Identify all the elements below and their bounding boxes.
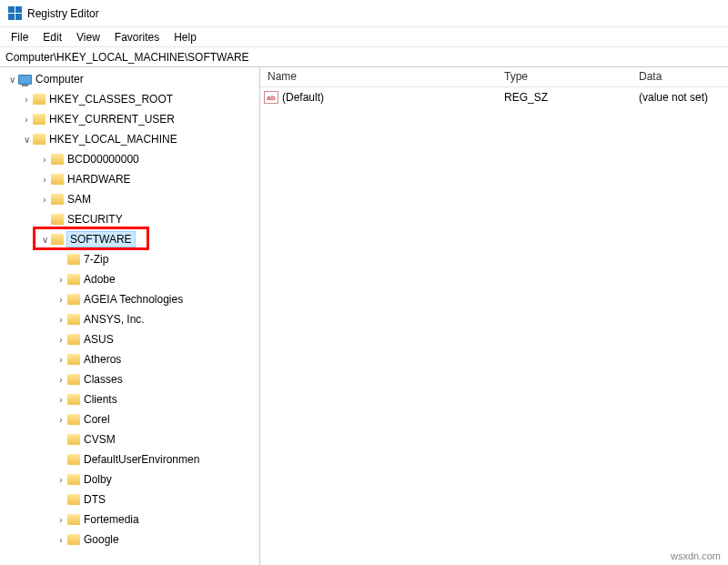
tree-adobe[interactable]: › Adobe bbox=[2, 269, 259, 289]
menu-favorites[interactable]: Favorites bbox=[107, 29, 167, 45]
folder-icon bbox=[51, 214, 64, 225]
col-data[interactable]: Data bbox=[632, 67, 728, 86]
string-value-icon: ab bbox=[264, 91, 278, 104]
menu-view[interactable]: View bbox=[69, 29, 107, 45]
chevron-right-icon[interactable]: › bbox=[55, 515, 67, 525]
address-bar[interactable]: Computer\HKEY_LOCAL_MACHINE\SOFTWARE bbox=[0, 47, 728, 67]
folder-icon bbox=[67, 254, 80, 265]
tree-sam[interactable]: › SAM bbox=[2, 189, 259, 209]
folder-icon bbox=[51, 154, 64, 165]
tree-label-selected: SOFTWARE bbox=[67, 232, 135, 247]
tree-label: ASUS bbox=[84, 333, 114, 346]
chevron-down-icon[interactable]: ∨ bbox=[38, 235, 51, 245]
regedit-icon bbox=[7, 6, 22, 21]
value-data: (value not set) bbox=[632, 91, 728, 104]
col-name[interactable]: Name bbox=[260, 67, 497, 86]
folder-icon bbox=[67, 354, 80, 365]
folder-icon bbox=[51, 194, 64, 205]
tree-label: Corel bbox=[84, 413, 110, 426]
chevron-right-icon[interactable]: › bbox=[55, 355, 67, 365]
folder-icon bbox=[67, 374, 80, 385]
tree-fortemedia[interactable]: › Fortemedia bbox=[2, 510, 259, 530]
tree-label: Clients bbox=[84, 393, 117, 406]
chevron-right-icon[interactable]: › bbox=[55, 315, 67, 325]
tree-7zip[interactable]: · 7-Zip bbox=[2, 249, 259, 269]
chevron-down-icon[interactable]: ∨ bbox=[5, 75, 18, 85]
tree-due[interactable]: · DefaultUserEnvironmen bbox=[2, 449, 259, 469]
tree-label: 7-Zip bbox=[84, 253, 108, 266]
tree-label: SAM bbox=[67, 193, 91, 206]
col-type[interactable]: Type bbox=[497, 67, 632, 86]
folder-icon bbox=[67, 514, 80, 525]
tree-hardware[interactable]: › HARDWARE bbox=[2, 169, 259, 189]
no-chevron: · bbox=[55, 255, 67, 265]
tree-pane[interactable]: ∨ Computer › HKEY_CLASSES_ROOT › HKEY_CU… bbox=[0, 67, 260, 565]
tree-software[interactable]: ∨ SOFTWARE bbox=[2, 229, 259, 249]
tree-google[interactable]: › Google bbox=[2, 530, 259, 550]
tree-dolby[interactable]: › Dolby bbox=[2, 469, 259, 489]
tree-label: Atheros bbox=[84, 353, 121, 366]
tree-dts[interactable]: · DTS bbox=[2, 489, 259, 510]
folder-icon bbox=[67, 414, 80, 425]
tree-hkcu[interactable]: › HKEY_CURRENT_USER bbox=[2, 109, 259, 129]
tree-label: BCD00000000 bbox=[67, 153, 139, 166]
chevron-down-icon[interactable]: ∨ bbox=[20, 135, 33, 145]
tree-clients[interactable]: › Clients bbox=[2, 389, 259, 409]
chevron-right-icon[interactable]: › bbox=[38, 155, 51, 165]
chevron-right-icon[interactable]: › bbox=[55, 535, 67, 545]
chevron-right-icon[interactable]: › bbox=[20, 115, 33, 125]
menu-help[interactable]: Help bbox=[167, 29, 204, 45]
folder-icon bbox=[33, 94, 46, 105]
folder-icon bbox=[33, 114, 46, 125]
folder-icon bbox=[67, 314, 80, 325]
folder-icon bbox=[51, 174, 64, 185]
tree-root-computer[interactable]: ∨ Computer bbox=[2, 69, 259, 89]
watermark: wsxdn.com bbox=[671, 550, 721, 561]
chevron-right-icon[interactable]: › bbox=[55, 475, 67, 485]
folder-icon bbox=[67, 494, 80, 505]
chevron-right-icon[interactable]: › bbox=[55, 395, 67, 405]
tree-label: Google bbox=[84, 533, 119, 546]
tree-label: DTS bbox=[84, 493, 106, 506]
tree-ageia[interactable]: › AGEIA Technologies bbox=[2, 289, 259, 309]
folder-icon bbox=[67, 474, 80, 485]
chevron-right-icon[interactable]: › bbox=[38, 175, 51, 185]
no-chevron: · bbox=[55, 495, 67, 505]
tree-asus[interactable]: › ASUS bbox=[2, 329, 259, 349]
tree-hklm[interactable]: ∨ HKEY_LOCAL_MACHINE bbox=[2, 129, 259, 149]
menu-file[interactable]: File bbox=[4, 29, 35, 45]
tree-security[interactable]: · SECURITY bbox=[2, 209, 259, 229]
list-pane[interactable]: Name Type Data ab (Default) REG_SZ (valu… bbox=[260, 67, 728, 565]
list-row[interactable]: ab (Default) REG_SZ (value not set) bbox=[260, 87, 728, 107]
tree-bcd[interactable]: › BCD00000000 bbox=[2, 149, 259, 169]
tree-corel[interactable]: › Corel bbox=[2, 409, 259, 429]
folder-icon bbox=[51, 234, 64, 245]
tree-label: DefaultUserEnvironmen bbox=[84, 453, 199, 466]
tree-ansys[interactable]: › ANSYS, Inc. bbox=[2, 309, 259, 329]
address-path: Computer\HKEY_LOCAL_MACHINE\SOFTWARE bbox=[5, 51, 249, 64]
tree-classes[interactable]: › Classes bbox=[2, 369, 259, 389]
value-name: (Default) bbox=[282, 91, 324, 104]
folder-icon bbox=[67, 394, 80, 405]
window-title: Registry Editor bbox=[27, 7, 99, 20]
titlebar: Registry Editor bbox=[0, 0, 728, 27]
folder-icon bbox=[67, 334, 80, 345]
folder-icon bbox=[67, 434, 80, 445]
chevron-right-icon[interactable]: › bbox=[20, 95, 33, 105]
tree-label: CVSM bbox=[84, 433, 116, 446]
tree-cvsm[interactable]: · CVSM bbox=[2, 429, 259, 449]
list-header[interactable]: Name Type Data bbox=[260, 67, 728, 87]
menu-edit[interactable]: Edit bbox=[35, 29, 69, 45]
tree-hkcr[interactable]: › HKEY_CLASSES_ROOT bbox=[2, 89, 259, 109]
chevron-right-icon[interactable]: › bbox=[55, 335, 67, 345]
chevron-right-icon[interactable]: › bbox=[55, 275, 67, 285]
chevron-right-icon[interactable]: › bbox=[38, 195, 51, 205]
chevron-right-icon[interactable]: › bbox=[55, 415, 67, 425]
tree-label: HKEY_LOCAL_MACHINE bbox=[49, 133, 177, 146]
folder-icon bbox=[67, 454, 80, 465]
tree-atheros[interactable]: › Atheros bbox=[2, 349, 259, 369]
no-chevron: · bbox=[55, 435, 67, 445]
chevron-right-icon[interactable]: › bbox=[55, 375, 67, 385]
chevron-right-icon[interactable]: › bbox=[55, 295, 67, 305]
tree-label: AGEIA Technologies bbox=[84, 293, 183, 306]
